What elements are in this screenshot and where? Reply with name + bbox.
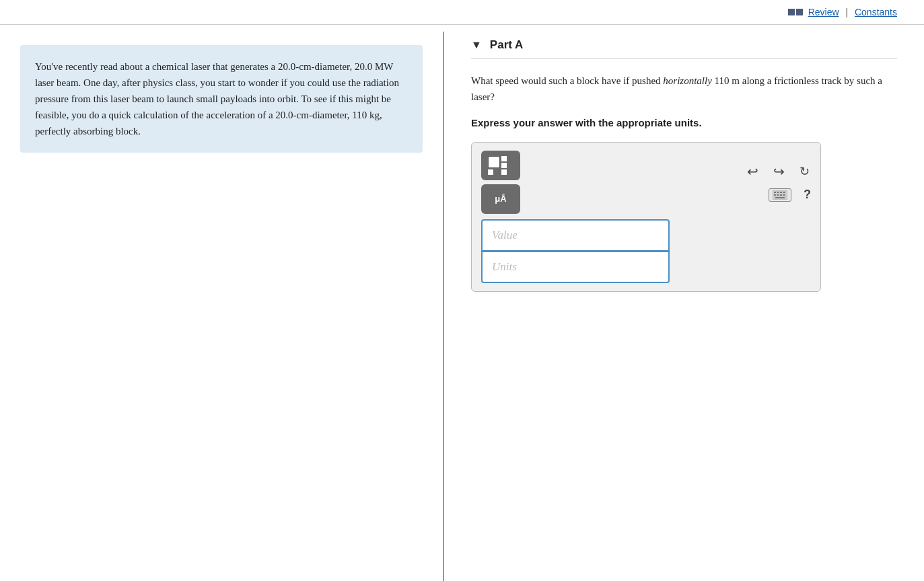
toolbar-right-top: ↩ ↪ ↻ bbox=[746, 162, 811, 181]
svg-rect-4 bbox=[783, 192, 785, 193]
svg-rect-5 bbox=[774, 194, 776, 196]
units-input[interactable] bbox=[481, 251, 670, 283]
left-panel: You've recently read about a chemical la… bbox=[0, 32, 444, 581]
answer-box: μÅ ↩ ↪ ↻ bbox=[471, 142, 821, 292]
mu-button[interactable]: μÅ bbox=[481, 184, 520, 214]
part-header: ▼ Part A bbox=[471, 38, 897, 59]
review-icon bbox=[788, 9, 803, 15]
undo-button[interactable]: ↩ bbox=[746, 162, 760, 181]
question-italic: horizontally bbox=[663, 75, 712, 86]
help-label: ? bbox=[804, 188, 811, 201]
grid-button[interactable] bbox=[481, 151, 520, 180]
input-section bbox=[481, 219, 811, 283]
toolbar-left: μÅ bbox=[481, 151, 520, 214]
redo-button[interactable]: ↪ bbox=[772, 162, 786, 181]
review-link[interactable]: Review bbox=[808, 7, 839, 17]
svg-rect-2 bbox=[777, 192, 779, 193]
top-bar: Review | Constants bbox=[0, 0, 924, 25]
svg-rect-9 bbox=[775, 197, 785, 198]
toolbar-right: ↩ ↪ ↻ bbox=[746, 162, 811, 202]
right-panel: ▼ Part A What speed would such a block h… bbox=[444, 32, 924, 581]
toolbar-row: μÅ ↩ ↪ ↻ bbox=[481, 151, 811, 214]
keyboard-button[interactable] bbox=[769, 188, 791, 202]
top-bar-links: Review | Constants bbox=[808, 7, 897, 17]
question-text: What speed would such a block have if pu… bbox=[471, 73, 897, 105]
svg-rect-7 bbox=[780, 194, 782, 196]
help-button[interactable]: ? bbox=[804, 188, 811, 202]
main-content: You've recently read about a chemical la… bbox=[0, 25, 924, 581]
svg-rect-3 bbox=[780, 192, 782, 193]
toolbar-right-bottom: ? bbox=[769, 188, 811, 202]
collapse-arrow-icon[interactable]: ▼ bbox=[471, 39, 482, 51]
separator: | bbox=[845, 7, 848, 17]
problem-box: You've recently read about a chemical la… bbox=[20, 45, 423, 153]
part-title: Part A bbox=[490, 38, 523, 52]
problem-text: You've recently read about a chemical la… bbox=[35, 59, 408, 139]
svg-rect-6 bbox=[777, 194, 779, 196]
refresh-button[interactable]: ↻ bbox=[798, 163, 811, 180]
keyboard-icon bbox=[773, 190, 787, 200]
express-label: Express your answer with the appropriate… bbox=[471, 116, 897, 131]
value-input[interactable] bbox=[481, 219, 670, 251]
constants-link[interactable]: Constants bbox=[855, 7, 897, 17]
question-text-before: What speed would such a block have if pu… bbox=[471, 75, 663, 86]
svg-rect-8 bbox=[783, 194, 785, 196]
svg-rect-1 bbox=[774, 192, 776, 193]
grid-icon bbox=[488, 156, 513, 175]
mu-label: μÅ bbox=[495, 194, 506, 204]
